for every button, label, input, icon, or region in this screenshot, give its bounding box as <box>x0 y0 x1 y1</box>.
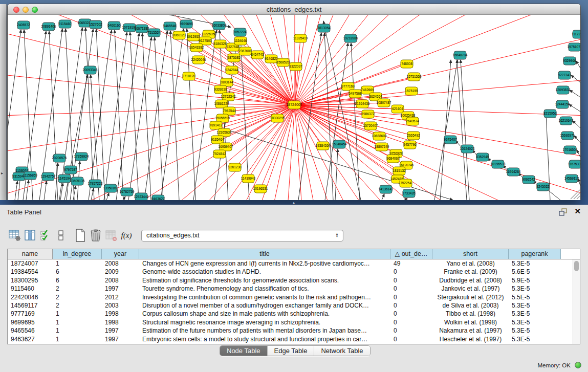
table-cell[interactable]: 5.3E-5 <box>509 259 561 268</box>
table-cell[interactable]: 9699695 <box>8 318 53 326</box>
graph-node[interactable]: 9797587 <box>64 166 77 174</box>
graph-node[interactable]: 16033809 <box>212 21 227 30</box>
graph-node[interactable]: 9092542 <box>522 176 535 184</box>
table-cell[interactable]: 2 <box>53 301 102 310</box>
graph-node[interactable]: 6497568 <box>349 90 362 98</box>
graph-node[interactable]: 11325419 <box>293 34 308 42</box>
table-cell[interactable]: 5.3E-5 <box>509 335 561 343</box>
graph-node[interactable]: 10196531 <box>253 185 268 193</box>
graph-node[interactable]: 9465546 <box>163 22 177 30</box>
graph-node[interactable]: 22420046 <box>191 56 206 64</box>
graph-node[interactable]: 9227343 <box>558 71 571 79</box>
graph-node[interactable]: 621604 <box>391 105 404 113</box>
table-cell[interactable]: 5.3E-5 <box>509 310 561 318</box>
graph-node[interactable]: 18807249 <box>375 143 389 151</box>
graph-node[interactable]: 9699695 <box>180 20 193 28</box>
column-header-pagerank[interactable]: pagerank <box>509 249 561 259</box>
table-row[interactable]: 946554611997Estimation of the future num… <box>8 326 573 335</box>
graph-node[interactable]: 11675334 <box>568 160 580 168</box>
graph-node[interactable]: 20053346 <box>83 66 98 74</box>
table-cell[interactable]: 5.9E-5 <box>509 276 561 285</box>
graph-node[interactable]: 17957223 <box>88 180 103 188</box>
scrollbar-thumb[interactable] <box>574 261 579 271</box>
table-cell[interactable]: 6 <box>53 268 102 276</box>
function-builder-button[interactable]: f(x) <box>119 228 134 243</box>
graph-node[interactable]: 9245407 <box>444 136 457 144</box>
graph-node[interactable]: 15348454 <box>332 140 347 148</box>
table-cell[interactable]: Changes of HCN gene expression and I(f) … <box>139 259 390 268</box>
table-cell[interactable]: Wolkin et al. (1998) <box>432 318 509 326</box>
table-cell[interactable]: 2008 <box>102 259 139 268</box>
table-cell[interactable]: 0 <box>390 285 432 293</box>
graph-node[interactable]: 20206576 <box>52 154 67 162</box>
graph-node[interactable]: 15692971 <box>560 132 575 140</box>
delete-table-button[interactable] <box>88 228 103 243</box>
network-window-titlebar[interactable]: citations_edges.txt <box>8 4 580 15</box>
graph-node[interactable]: 16764284 <box>506 168 521 176</box>
table-row[interactable]: 2242004622012Investigating the contribut… <box>8 293 573 301</box>
graph-node[interactable]: 12444154 <box>555 100 570 108</box>
graph-node[interactable]: 9875685 <box>227 54 241 62</box>
graph-node[interactable]: 9463627 <box>151 195 165 200</box>
graph-node[interactable]: 1145194 <box>58 174 71 183</box>
table-cell[interactable]: 2008 <box>102 276 139 285</box>
graph-node[interactable]: 9245022 <box>536 183 550 191</box>
table-cell[interactable]: Genome-wide association studies in ADHD. <box>139 268 390 276</box>
table-cell[interactable]: 0 <box>390 310 432 318</box>
graph-node[interactable]: 19218986 <box>343 34 358 42</box>
table-row[interactable]: 911546021997Tourette syndrome. Phenomeno… <box>8 285 573 293</box>
tab-node-table[interactable]: Node Table <box>220 346 268 356</box>
table-cell[interactable]: 2 <box>53 285 102 293</box>
graph-node[interactable]: 19384554 <box>316 142 331 150</box>
graph-node[interactable]: 8186328 <box>213 40 227 48</box>
column-header-title[interactable]: title <box>139 249 390 259</box>
graph-node[interactable]: 1527602 <box>89 20 102 29</box>
table-cell[interactable]: Jankovic et al. (1997) <box>432 285 509 293</box>
graph-node[interactable]: 1568520 <box>276 58 290 67</box>
graph-node[interactable]: 1575155 <box>405 87 418 95</box>
column-header-year[interactable]: year <box>102 249 139 259</box>
graph-node[interactable]: 12093832 <box>556 86 571 94</box>
table-row[interactable]: 969969511998Structural magnetic resonanc… <box>8 318 573 326</box>
table-vertical-scrollbar[interactable] <box>573 259 580 344</box>
graph-node[interactable]: 18724007 <box>286 101 302 109</box>
graph-node[interactable]: 13505135 <box>70 177 85 185</box>
table-cell[interactable]: 6 <box>53 276 102 285</box>
tab-edge-table[interactable]: Edge Table <box>268 346 315 356</box>
graph-node[interactable]: 9242844 <box>225 66 238 74</box>
graph-node[interactable]: 2665492 <box>407 132 420 140</box>
table-cell[interactable]: 1998 <box>102 310 139 318</box>
table-cell[interactable]: 5.3E-5 <box>509 301 561 310</box>
graph-node[interactable]: 12923446 <box>134 193 149 200</box>
table-cell[interactable]: Disruption of a novel member of a sodium… <box>139 301 390 310</box>
table-cell[interactable]: 18300295 <box>8 276 53 285</box>
graph-node[interactable]: 16782759 <box>120 188 135 196</box>
table-cell[interactable]: 9115460 <box>8 285 53 293</box>
table-cell[interactable]: 9777169 <box>8 310 53 318</box>
table-cell[interactable]: Franke et al. (2009) <box>432 268 509 276</box>
table-cell[interactable]: Stergiakouli et al. (2012) <box>432 293 509 301</box>
table-cell[interactable]: 2 <box>53 293 102 301</box>
graph-node[interactable]: 21364436 <box>355 100 370 108</box>
table-cell[interactable]: 0 <box>390 301 432 310</box>
table-cell[interactable]: 5.3E-5 <box>509 326 561 335</box>
show-columns-button[interactable] <box>23 228 38 243</box>
graph-node[interactable]: 8352945 <box>476 153 489 161</box>
column-header-name[interactable]: name <box>8 249 53 259</box>
graph-node[interactable]: 9684067 <box>386 155 400 163</box>
graph-node[interactable]: 11172757 <box>572 30 580 38</box>
table-cell[interactable]: 1997 <box>102 326 139 335</box>
panel-splitter-handle[interactable]: ▴ <box>291 201 297 204</box>
network-graph[interactable]: 2405572208914069115460106532871527602646… <box>8 15 580 200</box>
graph-node[interactable]: 16648784 <box>453 51 468 59</box>
table-cell[interactable]: Investigating the contribution of common… <box>139 293 390 301</box>
graph-node[interactable]: 1154646 <box>234 37 247 45</box>
graph-node[interactable]: 14136141 <box>379 185 394 193</box>
graph-node[interactable]: 17016504 <box>563 146 578 154</box>
table-row[interactable]: 946362711997Embryonic stem cells: a mode… <box>8 335 573 343</box>
graph-node[interactable]: 16543382 <box>189 43 204 52</box>
table-cell[interactable]: 2003 <box>102 301 139 310</box>
graph-node[interactable]: 14569117 <box>564 174 579 183</box>
table-settings-button[interactable] <box>7 228 23 243</box>
table-cell[interactable]: 1 <box>53 335 102 343</box>
